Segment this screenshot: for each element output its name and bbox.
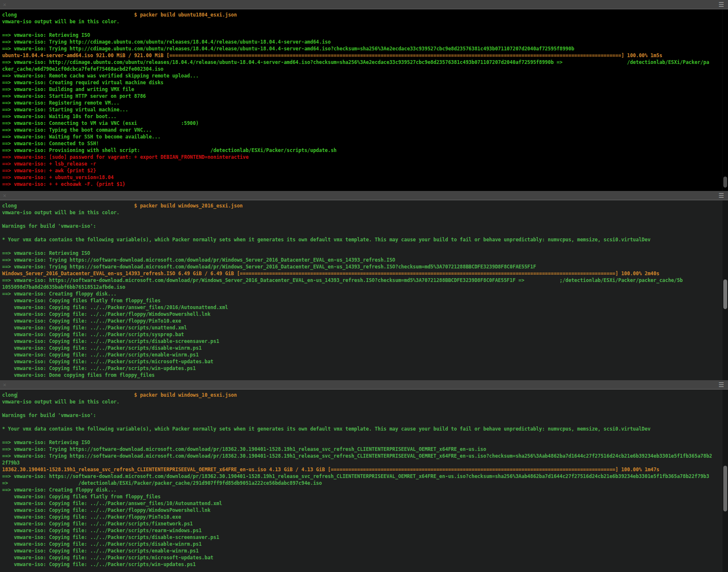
terminal-pane-ubuntu1804: ✕ ☰ clong $ packer build ubuntu1804_esxi… xyxy=(0,0,728,191)
terminal-line xyxy=(2,25,728,32)
terminal-line: Warnings for build 'vmware-iso': xyxy=(2,223,728,229)
terminal-line: ==> vmware-iso: + ubuntu_version=18.04 xyxy=(2,174,728,181)
terminal-line: ==> vmware-iso: Creating floppy disk... xyxy=(2,486,728,493)
terminal-line: ==> vmware-iso: Typing the boot command … xyxy=(2,127,728,133)
terminal-line: vmware-iso: Done copying files from flop… xyxy=(2,372,728,379)
scrollbar-thumb[interactable] xyxy=(723,466,727,511)
terminal-line: ==> vmware-iso: Trying https://software-… xyxy=(2,263,728,270)
terminal-line: vmware-iso: Copying file: ../../Packer/s… xyxy=(2,345,728,351)
terminal-line xyxy=(2,432,728,439)
terminal-line: ==> vmware-iso: https://software-downloa… xyxy=(2,473,728,480)
terminal-line: Warnings for build 'vmware-iso': xyxy=(2,412,728,419)
terminal-line: ==> vmware-iso: Trying http://cdimage.ub… xyxy=(2,45,728,52)
terminal-line: ==> vmware-iso: + + echoawk -F. {print $… xyxy=(2,181,728,188)
terminal-line: vmware-iso: Copying file: ../../Packer/s… xyxy=(2,338,728,345)
terminal-line: vmware-iso: Copying file: ../../Packer/s… xyxy=(2,554,728,561)
terminal-line: vmware-iso: Copying file: ../../Packer/s… xyxy=(2,541,728,547)
terminal-line: vmware-iso: Copying file: ../../Packer/s… xyxy=(2,520,728,527)
terminal-line: ==> vmware-iso: Waiting for SSH to becom… xyxy=(2,133,728,140)
menu-icon[interactable]: ☰ xyxy=(719,1,724,8)
terminal-line: ==> vmware-iso: Connected to SSH! xyxy=(2,140,728,147)
scrollbar-track[interactable] xyxy=(722,9,728,191)
terminal-text: clong $ packer build ubuntu1804_esxi.jso… xyxy=(0,9,728,188)
terminal-line: clong $ packer build windows_2016_esxi.j… xyxy=(2,202,728,209)
scrollbar-thumb[interactable] xyxy=(723,279,727,309)
close-icon[interactable]: ✕ xyxy=(3,193,6,198)
terminal-line: ==> vmware-iso: Creating floppy disk... xyxy=(2,290,728,297)
menu-icon[interactable]: ☰ xyxy=(719,381,724,389)
terminal-line: vmware-iso: Copying file: ../../Packer/s… xyxy=(2,547,728,554)
pane-titlebar[interactable]: ✕ ☰ xyxy=(0,380,728,390)
scrollbar-track[interactable] xyxy=(722,390,728,572)
terminal-line: vmware-iso: Copying file: ../../Packer/f… xyxy=(2,318,728,324)
terminal-line: clong▏ $ packer build windows_10_esxi.js… xyxy=(2,392,728,398)
close-icon[interactable]: ✕ xyxy=(3,382,6,387)
terminal-line: vmware-iso: Copying files flatly from fl… xyxy=(2,297,728,304)
terminal-line: ==> vmware-iso: + lsb_release -r xyxy=(2,160,728,167)
terminal-line: ubuntu-18.04.4-server-amd64.iso 921.00 M… xyxy=(2,52,728,59)
terminal-line: ==> vmware-iso: Creating required virtua… xyxy=(2,79,728,86)
terminal-line: Windows_Server_2016_Datacenter_EVAL_en-u… xyxy=(2,270,728,277)
menu-icon[interactable]: ☰ xyxy=(719,192,724,199)
terminal-line xyxy=(2,216,728,223)
terminal-line: vmware-iso output will be in this color. xyxy=(2,398,728,405)
terminal-line: ==> vmware-iso: Remote cache was verifie… xyxy=(2,72,728,79)
terminal-line: vmware-iso: Copying file: ../../Packer/a… xyxy=(2,304,728,311)
terminal-line xyxy=(2,405,728,412)
terminal-workspace: ✕ ☰ clong $ packer build ubuntu1804_esxi… xyxy=(0,0,728,572)
terminal-line xyxy=(2,229,728,236)
terminal-line: ==> vmware-iso: Starting HTTP server on … xyxy=(2,93,728,99)
terminal-line: 18362.30.190401-1528.19h1_release_svc_re… xyxy=(2,466,728,473)
terminal-line: vmware-iso: Copying file: ../../Packer/f… xyxy=(2,514,728,520)
terminal-line: 1055098d7ba8d2d635babf6bb76518512afbde.i… xyxy=(2,284,728,290)
terminal-line: => /detectionlab/ESXi/Packer/packer_cach… xyxy=(2,480,728,486)
terminal-line: ==> vmware-iso: Waiting 10s for boot... xyxy=(2,113,728,120)
terminal-line: ==> vmware-iso: [sudo] password for vagr… xyxy=(2,154,728,160)
terminal-line: ==> vmware-iso: Registering remote VM... xyxy=(2,99,728,106)
terminal-line: vmware-iso: Copying file: ../../Packer/f… xyxy=(2,507,728,514)
pane-titlebar[interactable]: ✕ ☰ xyxy=(0,0,728,9)
terminal-line: vmware-iso: Copying file: ../../Packer/f… xyxy=(2,311,728,318)
terminal-line xyxy=(2,243,728,250)
terminal-line xyxy=(2,419,728,426)
terminal-pane-windows2016: ✕ ☰ clong $ packer build windows_2016_es… xyxy=(0,191,728,380)
terminal-line: vmware-iso: Copying file: ../../Packer/a… xyxy=(2,500,728,507)
terminal-line: vmware-iso: Copying file: ../../Packer/s… xyxy=(2,527,728,534)
terminal-output[interactable]: clong▏ $ packer build windows_10_esxi.js… xyxy=(0,390,728,572)
terminal-line: vmware-iso: Copying file: ../../Packer/s… xyxy=(2,358,728,365)
terminal-line: cker_cache/e6d790e1cf0dcbca7fefef75468ac… xyxy=(2,66,728,72)
terminal-line: ==> vmware-iso: Trying https://software-… xyxy=(2,453,728,459)
terminal-line: 2f79b3 xyxy=(2,459,728,466)
terminal-text: clong $ packer build windows_2016_esxi.j… xyxy=(0,200,728,379)
pane-titlebar[interactable]: ✕ ☰ xyxy=(0,191,728,200)
terminal-line: ==> vmware-iso: Trying http://cdimage.ub… xyxy=(2,39,728,45)
terminal-line: ==> vmware-iso: https://software-downloa… xyxy=(2,277,728,284)
terminal-line: ==> vmware-iso: Retrieving ISO xyxy=(2,32,728,39)
terminal-output[interactable]: clong $ packer build windows_2016_esxi.j… xyxy=(0,200,728,380)
terminal-pane-windows10: ✕ ☰ clong▏ $ packer build windows_10_esx… xyxy=(0,380,728,572)
terminal-text: clong▏ $ packer build windows_10_esxi.js… xyxy=(0,390,728,568)
terminal-line: vmware-iso: Copying file: ../../Packer/s… xyxy=(2,365,728,372)
terminal-line: ==> vmware-iso: Trying https://software-… xyxy=(2,257,728,263)
terminal-line: vmware-iso: Copying file: ../../Packer/s… xyxy=(2,561,728,568)
close-icon[interactable]: ✕ xyxy=(3,2,6,7)
terminal-line: vmware-iso: Copying files flatly from fl… xyxy=(2,493,728,500)
terminal-line: ==> vmware-iso: http://cdimage.ubuntu.co… xyxy=(2,59,728,66)
terminal-line: * Your vmx data contains the following v… xyxy=(2,426,728,432)
terminal-line: vmware-iso: Copying file: ../../Packer/s… xyxy=(2,324,728,331)
terminal-line: ==> vmware-iso: Building and writing VMX… xyxy=(2,86,728,93)
terminal-output[interactable]: clong $ packer build ubuntu1804_esxi.jso… xyxy=(0,9,728,191)
terminal-line: vmware-iso: Copying file: ../../Packer/s… xyxy=(2,351,728,358)
terminal-line: * Your vmx data contains the following v… xyxy=(2,236,728,243)
terminal-line: vmware-iso: Copying file: ../../Packer/s… xyxy=(2,331,728,338)
terminal-line: vmware-iso: Copying file: ../../Packer/s… xyxy=(2,534,728,541)
terminal-line: ==> vmware-iso: Connecting to VM via VNC… xyxy=(2,120,728,127)
terminal-line: ==> vmware-iso: Starting virtual machine… xyxy=(2,106,728,113)
scrollbar-track[interactable] xyxy=(722,200,728,380)
terminal-line: ==> vmware-iso: + awk {print $2} xyxy=(2,167,728,174)
scrollbar-thumb[interactable] xyxy=(723,177,727,188)
terminal-line: vmware-iso output will be in this color. xyxy=(2,209,728,216)
terminal-line: vmware-iso output will be in this color. xyxy=(2,18,728,25)
terminal-line: ==> vmware-iso: Trying https://software-… xyxy=(2,446,728,453)
terminal-line: ==> vmware-iso: Provisioning with shell … xyxy=(2,147,728,154)
